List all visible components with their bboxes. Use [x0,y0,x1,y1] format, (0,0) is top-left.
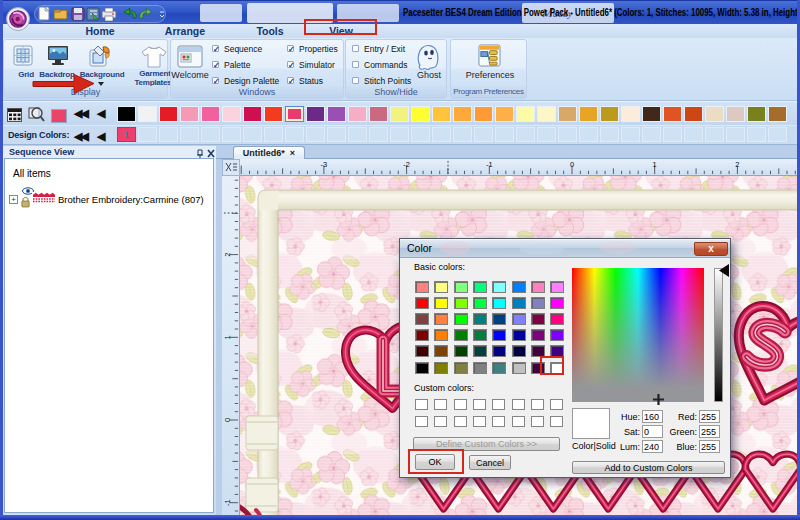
svg-text:2: 2 [223,253,232,257]
svg-text:-2: -2 [403,160,410,169]
svg-text:0: 0 [223,418,232,422]
svg-text:-3: -3 [321,160,328,169]
svg-text:0: 0 [570,160,574,169]
svg-text:1: 1 [223,335,232,339]
svg-text:1: 1 [653,160,657,169]
svg-text:-1: -1 [223,499,232,506]
svg-text:-1: -1 [486,160,493,169]
svg-text:2: 2 [735,160,739,169]
